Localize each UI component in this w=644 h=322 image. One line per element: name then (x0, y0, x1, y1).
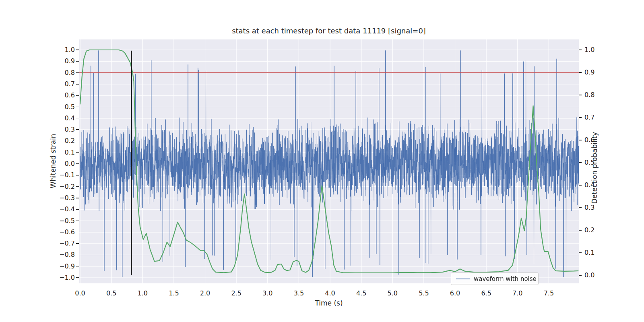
y-tick-label-left: 0.0 (65, 161, 75, 167)
x-tick-label: 4.0 (325, 290, 335, 297)
figure: stats at each timestep for test data 111… (0, 0, 644, 322)
x-tick-label: 2.5 (231, 290, 241, 297)
y-tick-label-left: 1.0 (65, 47, 75, 53)
y-tick-label-right: 0.7 (584, 114, 594, 121)
y-tick-label-left: 0.6 (65, 92, 75, 99)
y-tick-label-left: −0.6 (59, 229, 75, 235)
legend: waveform with noise (451, 272, 539, 285)
y-tick-label-left: −0.7 (59, 240, 75, 247)
y-tick-mark-right (579, 252, 582, 253)
y-tick-mark-left (76, 186, 79, 187)
y-tick-mark-right (579, 207, 582, 208)
x-tick-label: 0.0 (75, 290, 85, 297)
y-tick-mark-left (76, 61, 79, 62)
y-tick-label-right: 0.0 (584, 272, 594, 279)
y-tick-label-left: 0.2 (65, 138, 75, 144)
y-tick-label-right: 0.6 (584, 137, 594, 143)
x-tick-label: 5.0 (388, 290, 398, 297)
y-tick-label-left: 0.7 (65, 81, 75, 87)
y-tick-label-left: −0.2 (59, 184, 75, 190)
x-tick-label: 6.0 (450, 290, 460, 297)
x-tick-label: 5.5 (419, 290, 429, 297)
y-tick-mark-left (76, 50, 79, 50)
y-tick-mark-left (76, 209, 79, 210)
y-tick-mark-right (579, 140, 582, 140)
y-tick-label-right: 0.5 (584, 159, 594, 166)
x-tick-label: 2.0 (200, 290, 210, 297)
y-tick-mark-left (76, 141, 79, 141)
y-tick-mark-left (76, 266, 79, 266)
y-axis-label-left: Whitened strain (49, 134, 57, 188)
x-tick-label: 7.0 (512, 290, 522, 297)
chart-title: stats at each timestep for test data 111… (232, 27, 426, 35)
y-tick-label-left: −0.8 (59, 252, 75, 258)
y-tick-mark-left (76, 129, 79, 130)
y-tick-label-left: 0.9 (65, 58, 75, 64)
y-tick-label-left: −0.1 (59, 172, 75, 178)
y-tick-mark-left (76, 175, 79, 175)
y-tick-mark-left (76, 232, 79, 232)
y-tick-mark-right (579, 117, 582, 118)
x-tick-label: 1.0 (138, 290, 148, 297)
y-tick-mark-right (579, 72, 582, 72)
plot-area (79, 39, 579, 283)
x-tick-label: 7.5 (544, 290, 554, 297)
y-tick-label-left: 0.8 (65, 70, 75, 76)
x-tick-label: 0.5 (106, 290, 116, 297)
y-tick-label-right: 0.9 (584, 69, 594, 76)
y-tick-label-left: 0.1 (65, 149, 75, 156)
y-tick-mark-right (579, 162, 582, 163)
x-tick-label: 3.0 (262, 290, 272, 297)
legend-line-sample (456, 279, 470, 279)
y-tick-mark-left (76, 84, 79, 84)
x-tick-label: 3.5 (294, 290, 304, 297)
y-tick-mark-left (76, 198, 79, 198)
y-tick-label-right: 0.2 (584, 227, 594, 233)
y-tick-mark-right (579, 185, 582, 185)
x-tick-label: 6.5 (481, 290, 491, 297)
y-tick-mark-left (76, 255, 79, 255)
y-tick-label-left: 0.4 (65, 115, 75, 122)
y-tick-label-left: −0.4 (59, 206, 75, 213)
y-tick-label-right: 1.0 (584, 47, 594, 53)
y-tick-mark-right (579, 230, 582, 230)
y-tick-mark-left (76, 107, 79, 107)
y-tick-label-left: −0.5 (59, 218, 75, 224)
y-tick-mark-right (579, 275, 582, 275)
y-tick-mark-left (76, 152, 79, 153)
y-tick-mark-left (76, 163, 79, 164)
x-axis-label: Time (s) (315, 299, 343, 307)
y-tick-label-right: 0.3 (584, 204, 594, 211)
y-tick-label-right: 0.4 (584, 182, 594, 188)
y-tick-mark-left (76, 118, 79, 118)
x-tick-label: 4.5 (356, 290, 366, 297)
y-tick-label-left: −1.0 (59, 275, 75, 281)
y-tick-mark-left (76, 277, 79, 278)
y-tick-label-left: 0.5 (65, 104, 75, 110)
y-tick-label-left: −0.9 (59, 263, 75, 270)
y-tick-label-left: −0.3 (59, 195, 75, 201)
y-tick-label-right: 0.8 (584, 92, 594, 98)
y-tick-mark-right (579, 95, 582, 95)
legend-label: waveform with noise (474, 275, 537, 283)
y-tick-mark-left (76, 221, 79, 221)
x-tick-label: 1.5 (169, 290, 179, 297)
y-tick-mark-left (76, 243, 79, 244)
y-tick-mark-left (76, 72, 79, 73)
y-tick-label-right: 0.1 (584, 250, 594, 256)
y-tick-mark-left (76, 95, 79, 96)
y-tick-label-left: 0.3 (65, 126, 75, 133)
y-tick-mark-right (579, 50, 582, 50)
